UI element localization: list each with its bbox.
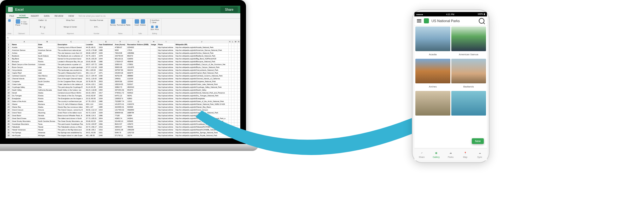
cell[interactable] xyxy=(150,109,157,111)
cell[interactable]: 1994 xyxy=(98,89,114,92)
cell[interactable]: http://en.wikipedia.org/wiki/Badlands_Na… xyxy=(175,55,229,57)
row-header[interactable]: 20 xyxy=(6,97,11,100)
cell[interactable]: Everglades xyxy=(11,97,38,100)
col-header[interactable]: B xyxy=(37,40,57,43)
cell[interactable]: 892372 xyxy=(126,55,150,57)
cell[interactable]: On the Congaree River, this par xyxy=(57,80,85,83)
col-header[interactable]: K xyxy=(229,40,231,43)
row-header[interactable]: 16 xyxy=(6,86,11,89)
cell[interactable]: 47389.67 xyxy=(114,46,126,49)
delete-button[interactable]: Delete xyxy=(140,19,146,26)
cell[interactable] xyxy=(150,52,157,55)
cell[interactable]: Arizona xyxy=(37,109,57,111)
cell[interactable]: http://en.wikipedia.org/wiki/Cuyahoga_Va… xyxy=(175,86,229,89)
cell[interactable]: Oregon xyxy=(37,83,57,86)
cell[interactable]: 37.57,-112.18 xyxy=(85,66,98,69)
cell[interactable]: Bryce Canyon is a giant geologic xyxy=(57,66,85,69)
row-header[interactable]: 28 xyxy=(6,120,11,123)
col-header[interactable]: L xyxy=(231,40,234,43)
row-header[interactable]: 7 xyxy=(6,60,11,63)
cell[interactable]: http://en.wikipedia.org/wiki/Glacier_Bay… xyxy=(175,106,229,109)
cell[interactable]: 1978 xyxy=(98,55,114,57)
cell[interactable]: Centered around Mount McKin xyxy=(57,92,85,94)
cell[interactable]: 34.51,-93.05 xyxy=(85,131,98,134)
cell[interactable]: 24.63,-82.87 xyxy=(85,94,98,97)
cell[interactable]: The Great Smoky Mountains, pa xyxy=(57,120,85,123)
nav-share[interactable]: ↗Share xyxy=(414,148,429,160)
cell[interactable]: Hawaii Volcanoes xyxy=(11,128,38,131)
cell[interactable]: Carlsbad Caverns has 117 caves xyxy=(57,75,85,77)
cell[interactable]: California xyxy=(37,77,57,80)
ribbon-tab-file[interactable]: FILE xyxy=(7,14,17,18)
nav-map[interactable]: 📍Map xyxy=(458,148,472,160)
row-header[interactable]: 4 xyxy=(6,52,11,55)
cell[interactable]: http://en.wikipedia.org/wiki/Great_Smoky… xyxy=(175,120,229,123)
cell[interactable]: Capitol Reef xyxy=(11,72,38,75)
header-cell[interactable]: Recreation Visitors (2008) xyxy=(126,43,150,46)
col-header[interactable]: G xyxy=(126,40,150,43)
cell[interactable]: 175852 xyxy=(126,63,150,66)
sheet-tab-1[interactable]: Sheet1 xyxy=(15,137,29,138)
cell[interactable]: http://upload.wikime xyxy=(157,111,175,114)
cell[interactable]: This park boasts Guadalupe Pea xyxy=(57,123,85,126)
cell[interactable]: http://en.wikipedia.org/wiki/Crater_Lake… xyxy=(175,83,229,86)
cell[interactable]: http://en.wikipedia.org/wiki/Dry_Tortuga… xyxy=(175,94,229,97)
cell[interactable]: 1988 xyxy=(98,49,114,52)
cell[interactable]: http://en.wikipedia.org/wiki/Glacier_Nat… xyxy=(175,103,229,106)
cell[interactable]: 43.75,-102.5 xyxy=(85,55,98,57)
cell[interactable] xyxy=(150,97,157,100)
row-header[interactable]: 27 xyxy=(6,117,11,120)
row-header[interactable]: 9 xyxy=(6,66,11,69)
cell[interactable]: 571790.11 xyxy=(114,134,126,137)
cell[interactable]: http://en.wikipedia.org/wiki/Denali_Nati… xyxy=(175,92,229,94)
cell[interactable]: Grand Teton xyxy=(11,111,38,114)
cell[interactable]: http://en.wikipedia.org/wiki/Everglades xyxy=(175,97,229,100)
cell[interactable]: 316953 xyxy=(126,57,150,60)
cell[interactable]: 25.65,-80.08 xyxy=(85,60,98,63)
cell[interactable]: Death Valley is the hottest, low xyxy=(57,89,85,92)
cell[interactable] xyxy=(150,126,157,128)
row-header[interactable]: 19 xyxy=(6,94,11,97)
cell[interactable]: http://upload.wikime xyxy=(157,97,175,100)
formula-bar[interactable]: fx xyxy=(6,35,240,40)
app-grid-icon[interactable] xyxy=(8,7,13,12)
cell[interactable]: 1980 xyxy=(98,106,114,109)
cell[interactable]: Ohio xyxy=(37,86,57,89)
gallery-card[interactable]: American Samoa xyxy=(451,27,486,58)
cell[interactable]: http://upload.wikime xyxy=(157,103,175,106)
header-cell[interactable]: Name xyxy=(11,43,38,46)
cell[interactable]: Based around Wheeler Peak, th xyxy=(57,114,85,117)
cell[interactable]: Named for the prominent bend xyxy=(57,57,85,60)
cell[interactable]: 4566840 xyxy=(126,109,150,111)
cell[interactable]: Hawaii xyxy=(37,128,57,131)
cell[interactable]: 1964 xyxy=(98,69,114,72)
cell[interactable]: 31.92,-104.87 xyxy=(85,123,98,126)
cell[interactable]: http://en.wikipedia.org/wiki/American_Sa… xyxy=(175,49,229,52)
cell[interactable]: 951972 xyxy=(126,89,150,92)
search-icon[interactable] xyxy=(479,18,484,24)
cell[interactable]: 523027 xyxy=(126,83,150,86)
cell[interactable]: 44.35,-68.21 xyxy=(85,46,98,49)
cell[interactable] xyxy=(150,72,157,75)
row-header[interactable]: 3 xyxy=(6,49,11,52)
cell[interactable]: 33.78,-80.78 xyxy=(85,80,98,83)
cell[interactable]: http://upload.wikime xyxy=(157,86,175,89)
header-cell[interactable]: Wikipedia URL xyxy=(175,43,229,46)
paste-button[interactable]: Paste xyxy=(15,19,20,26)
cell[interactable]: 1252719 xyxy=(126,131,150,134)
cell[interactable]: Florida xyxy=(37,60,57,63)
cell[interactable]: 388880 xyxy=(126,75,150,77)
cell[interactable]: The islands of the Dry Tortugas, xyxy=(57,94,85,97)
cell[interactable]: The park's Waterpocket Fold is xyxy=(57,72,85,75)
row-header[interactable]: 31 xyxy=(6,128,11,131)
cell[interactable]: 34.01,-119.42 xyxy=(85,77,98,80)
cell[interactable]: 29093.67 xyxy=(114,126,126,128)
bold-button[interactable]: B xyxy=(40,26,41,28)
cell[interactable]: 2823010 xyxy=(126,86,150,89)
cell[interactable]: Five of the eight Channel Island xyxy=(57,77,85,80)
row-header[interactable]: 8 xyxy=(6,63,11,66)
cell[interactable]: The largest island in Lake Super xyxy=(57,134,85,137)
cell[interactable]: 1971 xyxy=(98,72,114,75)
cell[interactable]: http://upload.wikime xyxy=(157,123,175,126)
cell[interactable]: Texas xyxy=(37,57,57,60)
